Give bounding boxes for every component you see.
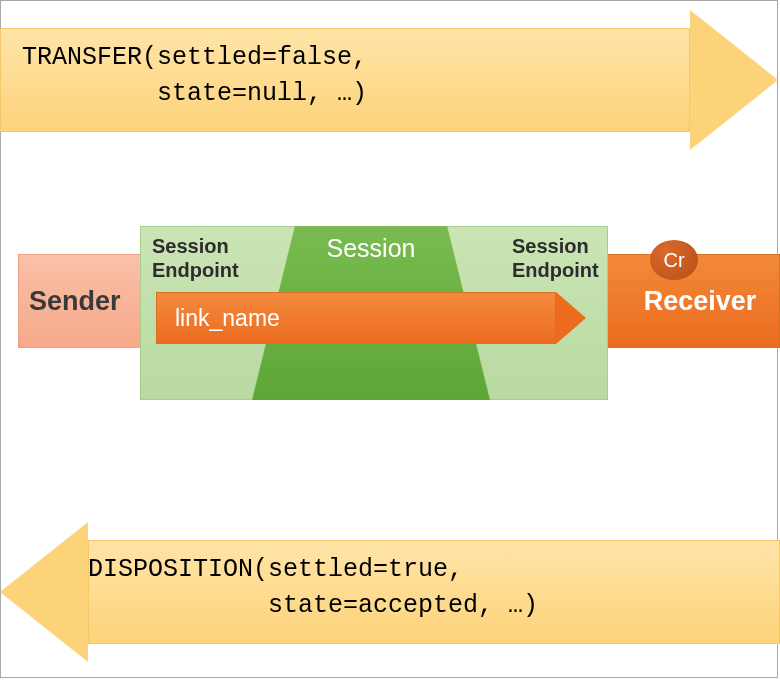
endpoint-right-l2: Endpoint <box>512 259 599 281</box>
credit-badge: Cr <box>650 240 698 280</box>
transfer-line1: TRANSFER(settled=false, <box>22 43 367 72</box>
session-endpoint-right: Session Endpoint <box>512 234 599 282</box>
arrow-right-icon <box>556 292 586 344</box>
credit-badge-label: Cr <box>663 249 684 272</box>
link-arrow: link_name <box>156 292 586 344</box>
link-arrow-body: link_name <box>156 292 556 344</box>
endpoint-left-l2: Endpoint <box>152 259 239 281</box>
link-name-label: link_name <box>175 305 280 332</box>
disposition-text: DISPOSITION(settled=true, state=accepted… <box>88 552 538 625</box>
transfer-text: TRANSFER(settled=false, state=null, …) <box>22 40 367 113</box>
receiver-label: Receiver <box>644 286 757 317</box>
sender-label: Sender <box>29 286 121 317</box>
session-diagram: Sender Receiver Session Session Endpoint… <box>0 254 780 394</box>
arrow-left-icon <box>0 522 88 662</box>
disposition-arrow: DISPOSITION(settled=true, state=accepted… <box>0 522 780 662</box>
session-title: Session <box>252 234 490 263</box>
session-endpoint-left: Session Endpoint <box>152 234 239 282</box>
endpoint-right-l1: Session <box>512 235 589 257</box>
endpoint-left-l1: Session <box>152 235 229 257</box>
disposition-line2: state=accepted, …) <box>88 591 538 620</box>
arrow-right-icon <box>690 10 778 150</box>
sender-box: Sender <box>18 254 158 348</box>
transfer-arrow: TRANSFER(settled=false, state=null, …) <box>0 10 780 150</box>
transfer-line2: state=null, …) <box>22 79 367 108</box>
disposition-line1: DISPOSITION(settled=true, <box>88 555 463 584</box>
